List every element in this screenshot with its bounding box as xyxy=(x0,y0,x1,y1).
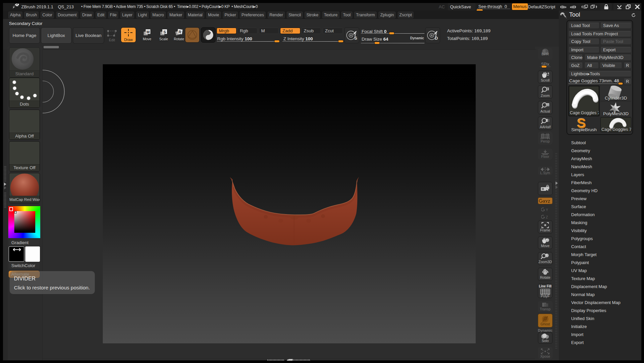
svg-text:D: D xyxy=(435,36,438,41)
svg-text:S: S xyxy=(354,36,357,41)
svg-text:x1: x1 xyxy=(546,104,549,107)
svg-text:Z: Z xyxy=(546,215,548,219)
svg-text:Y: Y xyxy=(546,208,548,212)
svg-text:S: S xyxy=(163,30,166,34)
svg-text:XYZ: XYZ xyxy=(543,199,550,203)
svg-text:M: M xyxy=(146,30,150,34)
